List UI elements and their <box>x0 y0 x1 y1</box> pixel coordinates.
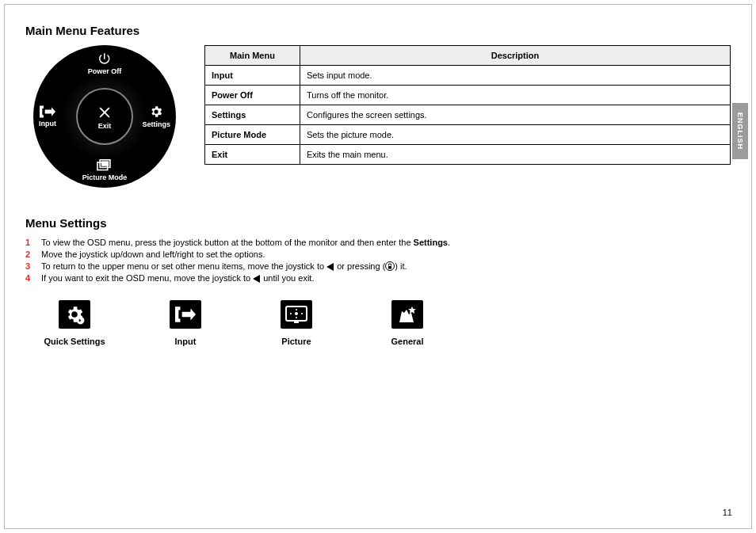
joystick-right: Settings <box>142 105 170 128</box>
step-3: 3 To return to the upper menu or set oth… <box>25 261 731 271</box>
input-icon <box>40 105 55 118</box>
table-row: SettingsConfigures the screen settings. <box>205 105 731 125</box>
joystick-right-label: Settings <box>142 121 170 128</box>
svg-point-7 <box>290 313 292 314</box>
general-icon <box>397 305 418 324</box>
icon-quick-settings: Quick Settings <box>43 300 106 346</box>
svg-rect-2 <box>101 161 109 166</box>
input-icon <box>175 306 196 322</box>
joystick-top-label: Power Off <box>88 68 122 75</box>
joystick-bottom: Picture Mode <box>82 159 128 181</box>
svg-point-6 <box>295 312 298 315</box>
joystick-left-label: Input <box>39 120 56 128</box>
table-head-desc: Description <box>300 46 731 66</box>
triangle-left-icon <box>326 263 334 271</box>
close-icon <box>96 104 113 121</box>
page-number: 11 <box>723 508 732 517</box>
section-title-menu-settings: Menu Settings <box>25 216 731 230</box>
joystick-bottom-label: Picture Mode <box>82 174 128 181</box>
top-row: Power Off Picture Mode Input Settings Ex <box>25 45 731 188</box>
quick-settings-icon <box>64 304 85 325</box>
joystick-diagram: Power Off Picture Mode Input Settings Ex <box>25 45 184 188</box>
svg-point-8 <box>301 313 303 314</box>
steps-list: 1 To view the OSD menu, press the joysti… <box>25 238 731 283</box>
step-4: 4 If you want to exit the OSD menu, move… <box>25 273 731 283</box>
table-row: InputSets input mode. <box>205 66 731 86</box>
joystick-center-label: Exit <box>98 123 112 130</box>
joystick-top: Power Off <box>88 51 122 75</box>
svg-point-9 <box>296 309 297 310</box>
svg-point-10 <box>296 317 297 318</box>
icon-input: Input <box>154 300 217 346</box>
joystick-center: Exit <box>76 88 133 145</box>
icon-picture: Picture <box>265 300 328 346</box>
joystick-left: Input <box>39 105 56 128</box>
power-icon <box>97 51 112 66</box>
section-title-main-menu: Main Menu Features <box>25 24 731 37</box>
triangle-left-icon <box>253 275 261 283</box>
page-content: Main Menu Features Power Off Picture Mod… <box>0 0 756 346</box>
picture-icon <box>285 306 307 323</box>
settings-icon-row: Quick Settings Input Picture General <box>43 300 731 346</box>
language-tab: ENGLISH <box>732 103 748 159</box>
table-row: Picture ModeSets the picture mode. <box>205 125 731 145</box>
joystick-press-icon <box>385 261 395 271</box>
svg-rect-11 <box>294 322 299 323</box>
table-row: Power OffTurns off the monitor. <box>205 86 731 105</box>
main-menu-table: Main Menu Description InputSets input mo… <box>204 45 731 165</box>
table-head-menu: Main Menu <box>205 46 300 66</box>
table-row: ExitExits the main menu. <box>205 145 731 165</box>
settings-icon <box>149 105 163 119</box>
step-2: 2 Move the joystick up/down and left/rig… <box>25 249 731 259</box>
step-1: 1 To view the OSD menu, press the joysti… <box>25 238 731 247</box>
icon-general: General <box>376 300 439 346</box>
picture-mode-icon <box>97 159 113 172</box>
